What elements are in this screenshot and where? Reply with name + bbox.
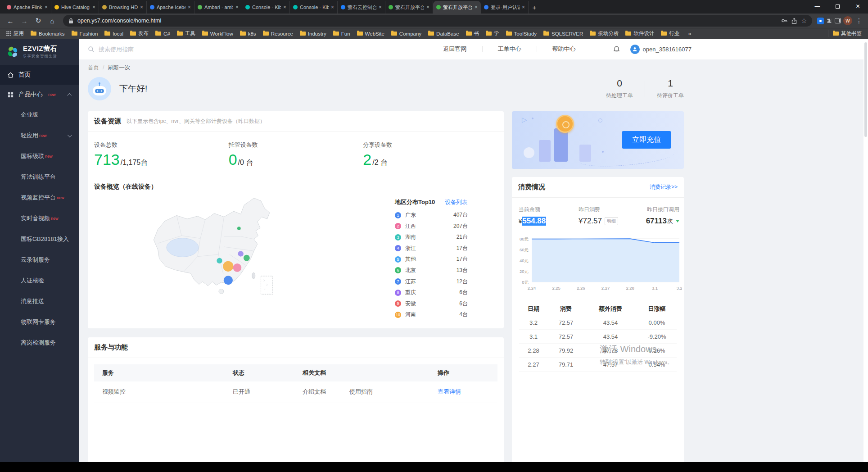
bookmark-item[interactable]: WorkFlow bbox=[202, 31, 233, 36]
user-menu[interactable]: open_3581616077 bbox=[630, 45, 692, 54]
browser-menu-icon[interactable]: ⋮ bbox=[854, 17, 863, 24]
tab-close-button[interactable]: × bbox=[188, 4, 191, 10]
bookmark-item[interactable]: Bookmarks bbox=[31, 31, 65, 36]
bookmark-item[interactable]: DataBase bbox=[428, 31, 459, 36]
tab-close-button[interactable]: × bbox=[475, 4, 478, 10]
browser-tab[interactable]: 萤石云控制台_E× bbox=[338, 1, 385, 14]
key-icon[interactable] bbox=[781, 18, 787, 24]
guide-search[interactable] bbox=[88, 46, 189, 53]
sidebar-subitem[interactable]: 国标GB28181接入 bbox=[0, 229, 79, 250]
extensions-puzzle-icon[interactable] bbox=[826, 18, 832, 24]
bookmark-item[interactable]: SQLSERVER bbox=[543, 31, 583, 36]
scrollbar-thumb[interactable] bbox=[864, 42, 867, 137]
sidebar-item-product-center[interactable]: 产品中心 new bbox=[0, 85, 79, 104]
browser-tab[interactable]: Console - Kiba× bbox=[242, 1, 290, 14]
tab-close-button[interactable]: × bbox=[92, 4, 95, 10]
ezviz-logo[interactable]: EZVIZ萤石 乐享安全智能生活 bbox=[0, 39, 79, 65]
reload-button[interactable]: ↻ bbox=[32, 15, 44, 27]
bookmark-item[interactable]: C# bbox=[155, 31, 170, 36]
sidebar-subitem[interactable]: 人证核验 bbox=[0, 270, 79, 291]
back-button[interactable]: ← bbox=[5, 15, 16, 27]
caret-down-icon[interactable] bbox=[676, 220, 679, 222]
bookmark-item[interactable]: Company bbox=[391, 31, 421, 36]
address-bar[interactable]: open.ys7.com/console/home.html ☆ bbox=[63, 15, 812, 27]
bookmark-item[interactable]: 应用 bbox=[6, 30, 24, 37]
page-scrollbar[interactable] bbox=[863, 39, 868, 462]
browser-tab[interactable]: Ambari - amba× bbox=[194, 1, 242, 14]
browser-home-button[interactable]: ⌂ bbox=[46, 15, 58, 27]
review-tickets-stat[interactable]: 1 待评价工单 bbox=[657, 78, 684, 100]
other-bookmarks[interactable]: 其他书签 bbox=[828, 30, 862, 37]
browser-tab[interactable]: 登录-用户认证× bbox=[481, 1, 529, 14]
bookmark-item[interactable]: ToolStudy bbox=[506, 31, 537, 36]
windows-taskbar[interactable] bbox=[0, 462, 868, 472]
bookmark-item[interactable]: k8s bbox=[240, 31, 256, 36]
bookmark-item[interactable]: 学 bbox=[486, 30, 499, 37]
detail-tag[interactable]: 明细 bbox=[605, 217, 618, 225]
notification-bell-icon[interactable] bbox=[613, 45, 620, 53]
sidebar-subitem[interactable]: 算法训练平台 bbox=[0, 167, 79, 187]
sidebar-subitem[interactable]: 实时音视频new bbox=[0, 208, 79, 229]
maximize-button[interactable] bbox=[827, 0, 848, 13]
share-icon[interactable] bbox=[791, 18, 797, 24]
work-order-link[interactable]: 工单中心 bbox=[483, 45, 537, 53]
search-input[interactable] bbox=[99, 46, 189, 53]
bookmarks-overflow-chevron[interactable]: » bbox=[688, 30, 691, 37]
sidebar-subitem[interactable]: 离岗检测服务 bbox=[0, 332, 79, 353]
consumption-records-link[interactable]: 消费记录>> bbox=[650, 183, 678, 191]
tab-close-button[interactable]: × bbox=[522, 4, 525, 10]
side-panel-icon[interactable] bbox=[835, 18, 841, 23]
browser-tab[interactable]: 萤石开放平台-首× bbox=[433, 1, 481, 14]
browser-tab[interactable]: Browsing HDF× bbox=[99, 1, 147, 14]
bookmark-item[interactable]: 振动分析 bbox=[590, 30, 619, 37]
tab-close-button[interactable]: × bbox=[283, 4, 286, 10]
help-center-link[interactable]: 帮助中心 bbox=[537, 45, 591, 53]
sidebar-subitem[interactable]: 轻应用new bbox=[0, 125, 79, 146]
tab-close-button[interactable]: × bbox=[331, 4, 334, 10]
official-site-link[interactable]: 返回官网 bbox=[428, 45, 482, 53]
sidebar-subitem[interactable]: 视频监控平台new bbox=[0, 187, 79, 208]
sidebar-subitem[interactable]: 云录制服务 bbox=[0, 250, 79, 270]
browser-tab[interactable]: Apache Flink W× bbox=[4, 1, 51, 14]
bookmark-item[interactable]: Fashion bbox=[72, 31, 98, 36]
browser-tab[interactable]: Console - Kiba× bbox=[290, 1, 338, 14]
bookmark-item[interactable]: 发布 bbox=[130, 30, 149, 37]
tab-close-button[interactable]: × bbox=[140, 4, 143, 10]
browser-tab[interactable]: Apache Iceber× bbox=[147, 1, 194, 14]
bookmark-item[interactable]: 书 bbox=[466, 30, 479, 37]
bookmark-item[interactable]: 行业 bbox=[661, 30, 679, 37]
browser-tab[interactable]: 萤石开放平台-× bbox=[385, 1, 433, 14]
extension-icon[interactable] bbox=[817, 18, 824, 24]
usage-guide-link[interactable]: 使用指南 bbox=[349, 388, 373, 395]
new-tab-button[interactable]: + bbox=[529, 1, 540, 13]
bookmark-item[interactable]: 软件设计 bbox=[625, 30, 654, 37]
sidebar-subitem[interactable]: 物联网卡服务 bbox=[0, 312, 79, 332]
device-list-link[interactable]: 设备列表 bbox=[445, 199, 467, 206]
bookmark-item[interactable]: Industry bbox=[300, 31, 326, 36]
bookmark-item[interactable]: Fun bbox=[333, 31, 350, 36]
tab-close-button[interactable]: × bbox=[45, 4, 48, 10]
pending-tickets-stat[interactable]: 0 待处理工单 bbox=[606, 78, 633, 100]
bookmark-star-icon[interactable]: ☆ bbox=[801, 17, 807, 24]
bookmark-item[interactable]: WebSite bbox=[357, 31, 384, 36]
close-button[interactable]: ✕ bbox=[848, 0, 868, 13]
sidebar-item-home[interactable]: 首页 bbox=[0, 65, 79, 85]
bookmark-item[interactable]: 工具 bbox=[177, 30, 195, 37]
view-details-link[interactable]: 查看详情 bbox=[438, 388, 461, 395]
forward-button[interactable]: → bbox=[18, 15, 30, 27]
bookmark-item[interactable]: Resource bbox=[263, 31, 293, 36]
bookmark-item[interactable]: local bbox=[104, 31, 123, 36]
recharge-button[interactable]: 立即充值 bbox=[622, 131, 671, 149]
minimize-button[interactable]: — bbox=[807, 0, 827, 13]
breadcrumb-root[interactable]: 首页 bbox=[88, 64, 99, 71]
browser-tab[interactable]: Hive Catalog |× bbox=[51, 1, 99, 14]
tab-close-button[interactable]: × bbox=[426, 4, 429, 10]
sidebar-subitem[interactable]: 国标级联new bbox=[0, 146, 79, 167]
sidebar-subitem[interactable]: 消息推送 bbox=[0, 291, 79, 312]
tab-close-button[interactable]: × bbox=[379, 4, 382, 10]
tab-region-top10[interactable]: 地区分布Top10 bbox=[395, 198, 435, 206]
profile-avatar[interactable]: W bbox=[843, 16, 852, 25]
tab-close-button[interactable]: × bbox=[235, 4, 239, 10]
intro-doc-link[interactable]: 介绍文档 bbox=[303, 388, 326, 395]
sidebar-subitem[interactable]: 企业版 bbox=[0, 104, 79, 125]
